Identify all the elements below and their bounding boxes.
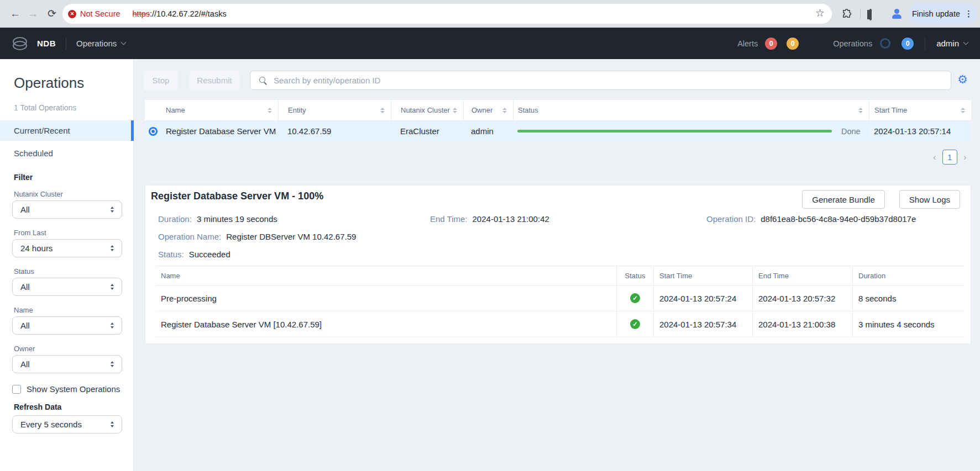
- select-arrows-icon: [111, 284, 114, 290]
- row-cluster: EraCluster: [391, 126, 463, 136]
- table-settings-gear-icon[interactable]: ⚙: [957, 71, 968, 88]
- chevron-down-icon: [121, 40, 127, 45]
- show-system-operations-checkbox[interactable]: Show System Operations: [12, 384, 120, 394]
- step-start-time: 2024-01-13 20:57:24: [653, 285, 752, 311]
- step-duration: 3 minutes 4 seconds: [852, 311, 965, 337]
- operations-menu[interactable]: Operations: [76, 39, 125, 48]
- search-box: [250, 71, 951, 90]
- owner-select[interactable]: All: [12, 355, 122, 373]
- select-arrows-icon: [111, 322, 114, 329]
- radio-column-header: [145, 100, 166, 120]
- stop-button[interactable]: Stop: [144, 71, 178, 90]
- filter-label-nutanix-cluster: Nutanix Cluster: [14, 190, 63, 198]
- app-navbar: NDB Operations Alerts 0 0 Operations 0 a…: [0, 28, 980, 59]
- step-row: Pre-processing ✓ 2024-01-13 20:57:24 202…: [156, 285, 965, 311]
- success-check-icon: ✓: [630, 319, 640, 329]
- reload-icon[interactable]: ⟳: [48, 7, 56, 20]
- operation-name-label: Operation Name:: [158, 232, 221, 241]
- refresh-interval-select[interactable]: Every 5 seconds: [12, 415, 122, 433]
- operations-menu-label: Operations: [76, 39, 117, 48]
- step-end-time: 2024-01-13 20:57:32: [752, 285, 852, 311]
- operation-row[interactable]: Register Database Server VM 10.42.67.59 …: [145, 121, 971, 141]
- row-radio-selected[interactable]: [149, 127, 158, 136]
- forward-icon[interactable]: →: [28, 7, 38, 20]
- nutanix-cluster-select[interactable]: All: [12, 200, 122, 219]
- step-name: Pre-processing: [156, 294, 616, 303]
- user-name: admin: [936, 39, 959, 48]
- side-panel-icon[interactable]: [869, 10, 872, 20]
- column-header-owner[interactable]: Owner: [463, 100, 513, 120]
- screen: ← → ⟳ ✕ Not Secure https://10.42.67.22/#…: [0, 0, 980, 471]
- alerts-warning-badge[interactable]: 0: [787, 38, 799, 50]
- operations-table-header: Name Entity Nutanix Cluster Owner Status: [145, 100, 971, 121]
- sort-icon: [961, 108, 965, 113]
- end-time-label: End Time:: [430, 214, 468, 224]
- brand-name[interactable]: NDB: [37, 39, 56, 48]
- operations-table: Name Entity Nutanix Cluster Owner Status: [145, 100, 971, 141]
- page-number[interactable]: 1: [942, 150, 957, 165]
- address-bar[interactable]: ✕ Not Secure https://10.42.67.22/#/tasks: [62, 4, 832, 24]
- operation-name-value: Register DBServer VM 10.42.67.59: [226, 232, 356, 241]
- name-select[interactable]: All: [12, 316, 122, 335]
- checkbox-box[interactable]: [12, 385, 21, 394]
- sidebar-item-current-recent[interactable]: Current/Recent: [0, 120, 134, 141]
- operations-counter-label: Operations: [833, 39, 872, 48]
- detail-actions: Generate Bundle Show Logs: [802, 190, 960, 209]
- row-owner: admin: [463, 126, 513, 136]
- status-label: Status:: [158, 250, 184, 259]
- column-header-name[interactable]: Name: [166, 100, 278, 120]
- alerts-label: Alerts: [737, 39, 758, 48]
- operations-count-badge[interactable]: 0: [902, 38, 914, 50]
- steps-header-status: Status: [616, 266, 653, 285]
- not-secure-badge[interactable]: Not Secure: [80, 9, 120, 18]
- from-last-select[interactable]: 24 hours: [12, 239, 122, 257]
- next-page-icon[interactable]: ›: [963, 150, 967, 165]
- navbar-right: Alerts 0 0 Operations 0 admin: [737, 38, 980, 50]
- status-value: Succeeded: [189, 250, 230, 259]
- operations-progress-ring-icon[interactable]: [880, 38, 890, 49]
- finish-update-button[interactable]: Finish update ⋮: [908, 4, 977, 24]
- ndb-logo-icon[interactable]: [12, 37, 27, 50]
- step-start-time: 2024-01-13 20:57:34: [653, 311, 752, 337]
- operation-id-label: Operation ID:: [706, 214, 756, 224]
- user-menu[interactable]: admin: [936, 39, 968, 48]
- page-title: Operations: [14, 75, 84, 92]
- column-header-status[interactable]: Status: [513, 100, 869, 120]
- extensions-icon[interactable]: [841, 9, 852, 22]
- filter-label-owner: Owner: [14, 345, 35, 353]
- step-duration: 8 seconds: [852, 285, 965, 311]
- steps-header-end-time: End Time: [752, 266, 852, 285]
- bookmark-star-icon[interactable]: ☆: [815, 7, 825, 19]
- operation-detail-panel: Register Database Server VM - 100% Gener…: [145, 185, 971, 344]
- prev-page-icon[interactable]: ‹: [933, 150, 936, 165]
- sidebar-item-scheduled[interactable]: Scheduled: [0, 143, 134, 163]
- filter-label-from-last: From Last: [14, 229, 46, 237]
- alerts-critical-badge[interactable]: 0: [765, 38, 777, 50]
- filter-label-name: Name: [14, 306, 33, 314]
- total-operations-label: 1 Total Operations: [14, 103, 76, 112]
- toolbar-divider: [860, 8, 861, 19]
- row-start-time: 2024-01-13 20:57:14: [869, 126, 971, 136]
- from-last-select-value: 24 hours: [20, 244, 53, 253]
- select-arrows-icon: [111, 245, 114, 251]
- refresh-interval-value: Every 5 seconds: [20, 420, 82, 429]
- operation-id-value: d8f61ea8-bc56-4c8a-94e0-d59b37d8017e: [761, 214, 916, 224]
- step-name: Register Database Server VM [10.42.67.59…: [156, 320, 616, 329]
- search-input[interactable]: [250, 71, 951, 89]
- show-logs-button[interactable]: Show Logs: [899, 190, 960, 209]
- status-select[interactable]: All: [12, 278, 122, 296]
- success-check-icon: ✓: [630, 293, 640, 303]
- end-time-field: End Time: 2024-01-13 21:00:42: [430, 214, 549, 224]
- browser-menu-kebab-icon[interactable]: ⋮: [965, 9, 973, 19]
- duration-field: Duration: 3 minutes 19 seconds: [158, 214, 277, 224]
- back-icon[interactable]: ←: [10, 7, 20, 20]
- column-header-entity[interactable]: Entity: [278, 100, 391, 120]
- column-header-cluster[interactable]: Nutanix Cluster: [391, 100, 463, 120]
- generate-bundle-button[interactable]: Generate Bundle: [802, 190, 884, 209]
- url-scheme: https: [133, 9, 150, 18]
- resubmit-button[interactable]: Resubmit: [190, 71, 239, 90]
- column-header-start-time[interactable]: Start Time: [869, 100, 971, 120]
- navbar-divider: [66, 38, 66, 50]
- select-arrows-icon: [111, 361, 114, 367]
- owner-select-value: All: [20, 359, 30, 369]
